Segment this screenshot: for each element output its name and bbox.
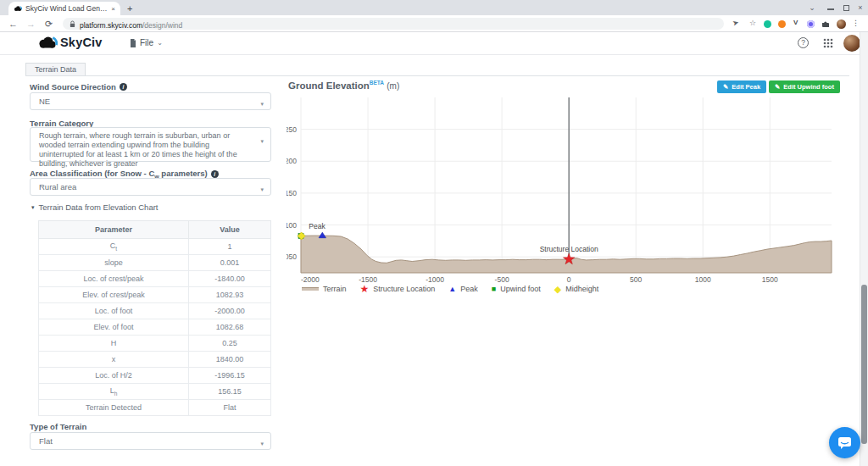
forward-icon[interactable]: →	[26, 18, 36, 30]
tab-terrain-data[interactable]: Terrain Data	[25, 63, 86, 76]
window-chevron-icon[interactable]: ⌄	[806, 2, 818, 14]
info-icon[interactable]: i	[120, 83, 127, 91]
browser-profile-avatar[interactable]	[837, 19, 846, 29]
diamond-icon: ◆	[554, 285, 561, 293]
skyciv-logo[interactable]: SkyCiv	[37, 36, 103, 49]
ground-elevation-chart: 10501100115012001250-2000-1500-1000-5000…	[287, 92, 839, 288]
file-menu[interactable]: File ⌄	[130, 38, 163, 47]
triangle-icon: ▲	[448, 286, 456, 293]
x-tick-label: -500	[495, 275, 509, 284]
type-of-terrain-select[interactable]: Flat ▾	[30, 432, 271, 450]
type-of-terrain-value: Flat	[39, 436, 53, 446]
browser-menu-icon[interactable]: ⋮	[852, 19, 860, 27]
terrain-category-select[interactable]: Rough terrain, where rough terrain is su…	[30, 127, 271, 162]
type-of-terrain-label: Type of Terrain	[30, 422, 86, 431]
area-classification-value: Rural area	[39, 182, 76, 191]
file-menu-label: File	[140, 38, 153, 47]
apps-grid-icon[interactable]	[823, 38, 833, 48]
share-icon[interactable]: ➤	[732, 18, 740, 28]
x-tick-label: -2000	[301, 275, 320, 284]
back-icon[interactable]: ←	[8, 18, 18, 30]
value-cell: Flat	[189, 400, 271, 416]
legend-item-structure-location[interactable]: ★Structure Location	[360, 285, 436, 293]
star-icon: ★	[360, 285, 370, 293]
y-tick-label: 1250	[287, 125, 297, 134]
param-cell: Elev. of crest/peak	[39, 287, 189, 303]
value-cell: 0.001	[189, 255, 271, 271]
y-tick-label: 1150	[287, 189, 297, 197]
value-cell: 1082.93	[189, 287, 271, 303]
value-cell: 1	[189, 239, 271, 255]
table-header-value: Value	[189, 221, 271, 239]
peak-marker[interactable]	[319, 232, 326, 238]
table-header-parameter: Parameter	[39, 221, 189, 239]
wind-source-label-row: Wind Source Direction i	[30, 82, 127, 92]
legend-item-upwind-foot[interactable]: ■Upwind foot	[492, 285, 541, 293]
file-doc-icon	[130, 39, 136, 47]
pencil-icon: ✎	[723, 83, 728, 91]
table-row: Elev. of foot1082.68	[39, 319, 271, 336]
x-tick-label: 0	[567, 275, 571, 284]
x-tick-label: 500	[630, 275, 642, 284]
y-tick-label: 1200	[287, 157, 297, 165]
tab-close-icon[interactable]: ×	[111, 5, 115, 13]
wind-source-select[interactable]: NE ▾	[30, 92, 271, 110]
window-maximize-icon[interactable]	[843, 5, 849, 11]
skyciv-cloud-icon	[37, 36, 58, 49]
square-icon: ■	[492, 286, 496, 293]
table-row: x1840.00	[39, 352, 271, 368]
terrain-data-table: Parameter Value Ct1slope0.001Loc. of cre…	[38, 220, 271, 416]
window-minimize-icon[interactable]	[827, 8, 834, 10]
value-cell: 1840.00	[189, 352, 271, 368]
page-scrollbar-thumb[interactable]	[861, 285, 867, 444]
app-header: SkyCiv File ⌄ ?	[0, 32, 860, 55]
value-cell: 1082.68	[189, 319, 271, 336]
skyciv-favicon-icon	[14, 5, 22, 12]
table-row: slope0.001	[39, 255, 271, 271]
legend-item-terrain[interactable]: Terrain	[302, 285, 347, 293]
terrain-area	[301, 236, 832, 273]
table-row: Lh156.15	[39, 384, 271, 400]
url-path: /design/wind	[142, 21, 182, 30]
browser-tab[interactable]: SkyCiv Wind Load Generato ×	[8, 2, 120, 15]
info-icon[interactable]: i	[211, 170, 219, 178]
chat-bubble-button[interactable]	[829, 427, 860, 458]
area-classification-select[interactable]: Rural area ▾	[30, 178, 271, 196]
table-row: Elev. of crest/peak1082.93	[39, 287, 271, 303]
legend-item-peak[interactable]: ▲Peak	[448, 285, 477, 293]
extension-metamask-icon[interactable]	[778, 20, 786, 28]
browser-toolbar: ← → ⟳ platform.skyciv.com/design/wind ➤ …	[0, 15, 868, 32]
lock-icon	[70, 20, 75, 28]
elevation-section-toggle[interactable]: ▾ Terrain Data from Elevation Chart	[31, 202, 159, 212]
window-close-icon[interactable]: ×	[854, 2, 866, 14]
param-cell: Loc. of foot	[39, 303, 189, 319]
extension-purple-icon[interactable]	[807, 20, 815, 28]
chevron-down-icon: ▾	[260, 99, 264, 109]
user-avatar[interactable]	[843, 35, 860, 52]
table-row: H0.25	[39, 336, 271, 352]
refresh-icon[interactable]: ⟳	[45, 18, 53, 30]
extension-v-icon[interactable]: V	[793, 19, 798, 26]
value-cell: 156.15	[189, 384, 271, 400]
help-icon[interactable]: ?	[798, 37, 809, 48]
url-host: platform.skyciv.com	[80, 21, 142, 30]
url-bar[interactable]: platform.skyciv.com/design/wind	[63, 18, 724, 30]
extensions-puzzle-icon[interactable]	[821, 19, 830, 28]
table-row: Ct1	[39, 239, 271, 255]
wind-source-value: NE	[39, 97, 50, 106]
elevation-section-title: Terrain Data from Elevation Chart	[39, 202, 159, 212]
y-tick-label: 1050	[287, 252, 297, 261]
value-cell: -1996.15	[189, 368, 271, 384]
tab-rule-divider	[25, 75, 849, 76]
param-cell: H	[39, 336, 189, 352]
new-tab-button[interactable]: +	[127, 3, 132, 14]
table-row: Loc. of H/2-1996.15	[39, 368, 271, 384]
legend-item-midheight[interactable]: ◆Midheight	[554, 285, 599, 293]
table-row: Terrain DetectedFlat	[39, 400, 271, 416]
extension-green-icon[interactable]	[764, 20, 771, 28]
value-cell: -2000.00	[189, 303, 271, 319]
bookmark-star-icon[interactable]: ☆	[749, 19, 756, 27]
browser-tab-strip: SkyCiv Wind Load Generato × + ⌄ ×	[0, 0, 868, 15]
x-tick-label: 1000	[695, 275, 711, 284]
screen: SkyCiv Wind Load Generato × + ⌄ × ← → ⟳ …	[0, 0, 868, 466]
